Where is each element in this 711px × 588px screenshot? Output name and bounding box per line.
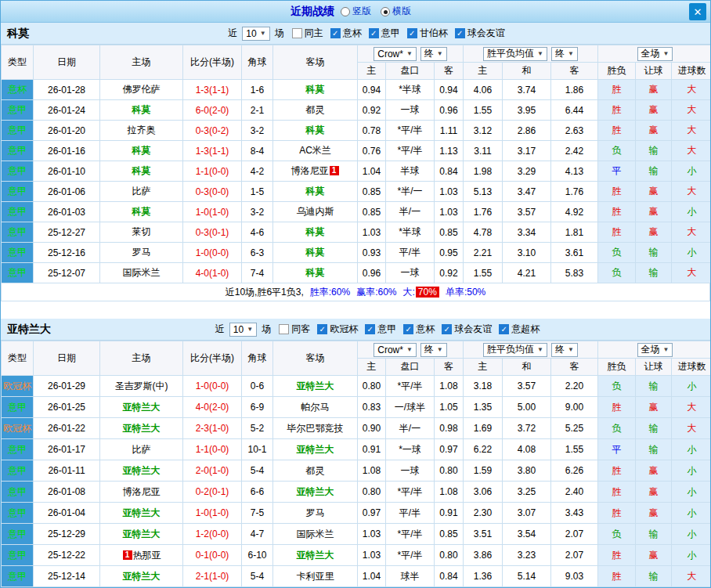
- filter-option[interactable]: ✓意甲: [365, 323, 396, 336]
- away-team: 亚特兰大: [273, 376, 358, 397]
- avg-draw: 3.95: [503, 100, 551, 121]
- result-handicap: 输: [636, 418, 672, 439]
- filter-option[interactable]: ✓意超杯: [499, 323, 540, 336]
- league-type: 意甲: [2, 439, 34, 460]
- filter-option[interactable]: ✓意杯: [330, 27, 362, 40]
- score: 1-0(1-0): [183, 202, 242, 222]
- avg-away: 9.03: [551, 566, 598, 587]
- filter-option[interactable]: ✓意杯: [403, 323, 435, 336]
- corners: 5-4: [242, 566, 273, 587]
- team-label: 国际米兰: [297, 528, 334, 539]
- checkbox-icon[interactable]: ✓: [365, 324, 375, 334]
- odds-company-select[interactable]: Crow* ▼: [374, 47, 417, 61]
- layout-radio-group: 竖版横版: [341, 5, 420, 18]
- odds-company-select[interactable]: Crow* ▼: [374, 343, 417, 357]
- unit-label: 场: [275, 27, 284, 40]
- avg-time-select[interactable]: 终 ▼: [551, 47, 578, 61]
- home-team: 博洛尼亚: [100, 482, 183, 503]
- score: 1-3(1-1): [183, 80, 242, 100]
- match-date: 26-01-03: [34, 202, 100, 222]
- match-count-select[interactable]: 10 ▼: [229, 323, 257, 337]
- odds-home: 1.04: [358, 161, 386, 182]
- checkbox-icon[interactable]: [292, 28, 302, 38]
- result-handicap: 输: [636, 439, 672, 460]
- result-wdl: 负: [598, 376, 636, 397]
- col-date: 日期: [34, 45, 100, 80]
- handicap-line: 一/球半: [386, 397, 435, 418]
- result-handicap: 输: [636, 376, 672, 397]
- filter-option[interactable]: ✓球会友谊: [442, 323, 492, 336]
- filter-option[interactable]: ✓欧冠杯: [317, 323, 358, 336]
- subcol-away-odds: 客: [435, 63, 464, 80]
- avg-home: 2.21: [464, 243, 503, 263]
- team-label: 毕尔巴鄂竞技: [287, 423, 344, 434]
- checkbox-icon[interactable]: ✓: [499, 324, 509, 334]
- checkbox-icon[interactable]: [279, 324, 289, 334]
- odds-away: 0.80: [435, 460, 464, 482]
- close-button[interactable]: ✕: [689, 3, 706, 20]
- team-label: 科莫: [132, 104, 151, 115]
- avg-draw: 4.21: [503, 263, 551, 283]
- odds-time-select[interactable]: 终 ▼: [420, 47, 447, 61]
- match-count-select[interactable]: 10 ▼: [242, 27, 269, 41]
- scope-select[interactable]: 全场 ▼: [637, 47, 673, 61]
- match-row: 意甲26-01-24科莫6-0(2-0)2-1都灵0.92一球0.961.553…: [2, 100, 711, 121]
- odds-home: 0.93: [358, 243, 386, 263]
- home-team: 科莫: [100, 202, 183, 222]
- col-date: 日期: [34, 341, 100, 376]
- red-card-badge: 1: [330, 166, 339, 175]
- avg-away: 4.13: [551, 161, 598, 182]
- handicap-line: *平/半: [386, 482, 435, 503]
- score: 1-2(0-0): [183, 524, 242, 545]
- chevron-down-icon: ▼: [537, 50, 543, 57]
- result-wdl: 胜: [598, 80, 636, 100]
- odds-home: 1.04: [358, 566, 386, 587]
- avg-away: 3.61: [551, 243, 598, 263]
- near-label: 近: [228, 27, 237, 40]
- filter-option[interactable]: 同客: [279, 323, 310, 336]
- checkbox-icon[interactable]: ✓: [317, 324, 327, 334]
- avg-draw: 3.10: [503, 243, 551, 263]
- filter-option[interactable]: ✓意甲: [369, 27, 400, 40]
- avg-draw: 3.34: [503, 222, 551, 243]
- avg-away: 2.07: [551, 524, 598, 545]
- filter-label: 甘伯杯: [420, 27, 448, 40]
- avg-home: 1.59: [464, 460, 503, 482]
- scope-select[interactable]: 全场 ▼: [637, 343, 673, 357]
- away-team: 科莫: [273, 121, 358, 141]
- layout-radio-1[interactable]: 横版: [381, 5, 411, 18]
- avg-time-select[interactable]: 终 ▼: [551, 343, 578, 357]
- odds-home: 0.91: [358, 439, 386, 460]
- team-label: 圣吉罗斯(中): [115, 381, 168, 391]
- chevron-down-icon: ▼: [437, 50, 443, 57]
- match-row: 意甲26-01-11亚特兰大2-0(1-0)5-4都灵1.08一球0.801.5…: [2, 460, 711, 482]
- radio-icon[interactable]: [381, 7, 390, 16]
- checkbox-icon[interactable]: ✓: [455, 28, 465, 38]
- avg-odds-select[interactable]: 胜平负均值 ▼: [483, 343, 547, 357]
- handicap-line: 半/一: [386, 202, 435, 222]
- result-wdl: 胜: [598, 482, 636, 503]
- odds-group-header: Crow* ▼ 终 ▼: [358, 341, 464, 359]
- filter-option[interactable]: 同主: [292, 27, 323, 40]
- score: 1-1(0-0): [183, 161, 242, 182]
- checkbox-icon[interactable]: ✓: [442, 324, 452, 334]
- avg-draw: 3.23: [503, 545, 551, 566]
- radio-icon[interactable]: [341, 7, 350, 16]
- away-team: 毕尔巴鄂竞技: [273, 418, 358, 439]
- filter-option[interactable]: ✓球会友谊: [455, 27, 505, 40]
- team-label: 比萨: [132, 186, 151, 197]
- subcol-goals: 进球数: [672, 359, 711, 376]
- match-row: 意甲26-01-08博洛尼亚0-2(0-1)6-6亚特兰大0.80*平/半1.0…: [2, 482, 711, 503]
- col-corner: 角球: [242, 45, 273, 80]
- checkbox-icon[interactable]: ✓: [369, 28, 379, 38]
- checkbox-icon[interactable]: ✓: [330, 28, 341, 38]
- match-row: 意甲25-12-16罗马1-0(0-0)6-3科莫0.93平/半0.952.21…: [2, 243, 711, 263]
- checkbox-icon[interactable]: ✓: [407, 28, 417, 38]
- avg-odds-select[interactable]: 胜平负均值 ▼: [483, 47, 547, 61]
- match-date: 26-01-11: [34, 460, 100, 482]
- odds-time-select[interactable]: 终 ▼: [420, 343, 447, 357]
- filter-option[interactable]: ✓甘伯杯: [407, 27, 448, 40]
- checkbox-icon[interactable]: ✓: [403, 324, 413, 334]
- filter-label: 意甲: [377, 323, 396, 336]
- layout-radio-0[interactable]: 竖版: [341, 5, 371, 18]
